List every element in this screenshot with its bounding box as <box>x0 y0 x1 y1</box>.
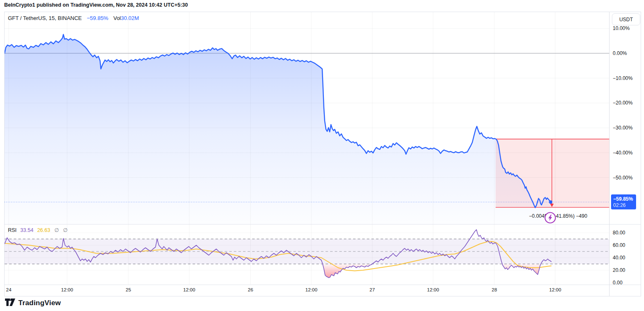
chart-frame: GFT / TetherUS, 15, BINANCE −59.85% Vol … <box>4 12 641 296</box>
volume-label: Vol <box>113 15 121 21</box>
last-price-label: −59.85% 02:26 <box>611 194 636 209</box>
bar-countdown: 02:26 <box>613 202 636 209</box>
rsi-indicator-label[interactable]: RSI <box>8 227 17 233</box>
price-axis-label: −40.00% <box>613 150 633 156</box>
rsi-empty-value-1: ∅ <box>54 227 59 233</box>
volume-value: 30.02M <box>121 15 139 21</box>
symbol-name[interactable]: GFT / TetherUS, 15, BINANCE <box>8 15 82 21</box>
time-axis-label: 27 <box>370 287 375 292</box>
time-axis-label: 12:00 <box>427 287 439 292</box>
time-axis-label: 24 <box>6 287 12 292</box>
tradingview-logo-icon <box>5 298 15 308</box>
rsi-axis-label: 0.00 <box>613 280 622 286</box>
rsi-legend: RSI 33.54 26.63 ∅ ∅ <box>8 227 68 233</box>
rsi-axis-label: 60.00 <box>613 242 625 248</box>
price-axis-label: −30.00% <box>613 125 633 131</box>
price-axis-label: −20.00% <box>613 100 633 106</box>
rsi-empty-value-2: ∅ <box>63 227 68 233</box>
rsi-axis-label: 80.00 <box>613 230 625 236</box>
price-axis-label: −50.00% <box>613 175 633 181</box>
time-axis-label: 26 <box>248 287 253 292</box>
chart-canvas[interactable] <box>5 12 641 296</box>
time-axis-label: 12:00 <box>549 287 561 292</box>
time-axis-label: 12:00 <box>306 287 318 292</box>
rsi-axis-label: 40.00 <box>613 255 625 261</box>
rsi-axis-label: 20.00 <box>613 267 625 273</box>
rsi-value: 33.54 <box>20 227 33 233</box>
measurement-label: −0.00490 (−41.85%) −490 <box>516 213 600 219</box>
price-axis-label: 0.00% <box>613 50 627 56</box>
tradingview-brand-text: TradingView <box>18 299 61 307</box>
rsi-ma-value: 26.63 <box>37 227 50 233</box>
price-axis-label: 10.00% <box>613 25 630 31</box>
change-percent: −59.85% <box>87 15 108 21</box>
lightning-icon[interactable] <box>544 211 556 224</box>
symbol-legend: GFT / TetherUS, 15, BINANCE −59.85% Vol … <box>8 15 139 21</box>
currency-toggle-button[interactable]: USDT <box>612 13 640 25</box>
tradingview-attribution[interactable]: TradingView <box>5 298 61 308</box>
time-axis-label: 12:00 <box>61 287 73 292</box>
last-price-value: −59.85% <box>613 196 636 202</box>
time-axis-label: 12:00 <box>183 287 195 292</box>
price-axis-label: −10.00% <box>613 75 633 81</box>
published-header: BeInCrypto1 published on TradingView.com… <box>4 2 188 8</box>
time-axis-label: 25 <box>126 287 131 292</box>
time-axis-label: 28 <box>492 287 497 292</box>
